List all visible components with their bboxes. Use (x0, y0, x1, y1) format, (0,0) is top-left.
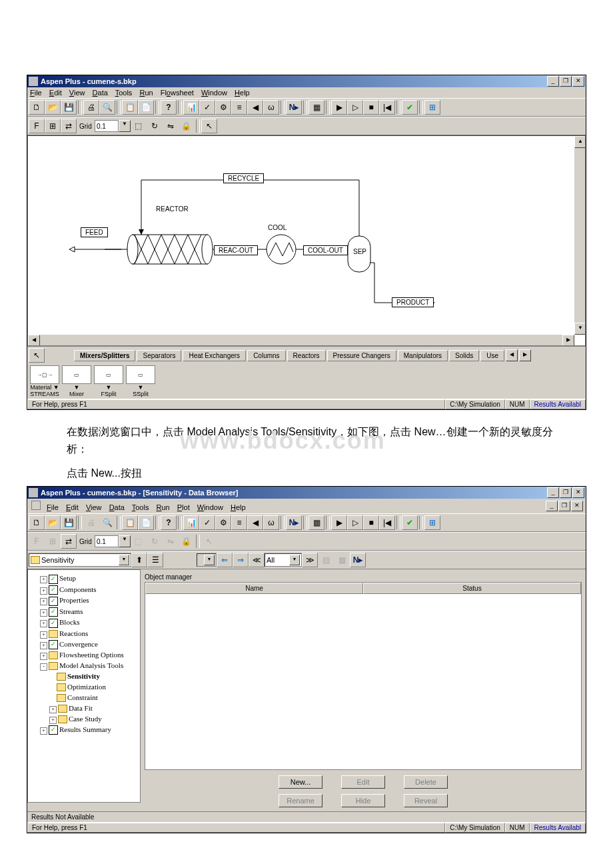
tab-separators[interactable]: Separators (137, 350, 181, 361)
tree-item[interactable]: +Flowsheeting Options (31, 649, 137, 660)
minimize-button-2[interactable]: _ (547, 487, 559, 498)
arrow-icon[interactable]: ↖ (29, 348, 45, 363)
grid-dropdown-2[interactable]: ▼ (119, 535, 131, 547)
tree-item[interactable]: Optimization (31, 681, 137, 692)
up-icon[interactable]: ⬆ (131, 553, 147, 567)
new-button[interactable]: New... (279, 775, 322, 789)
tab-manip[interactable]: Manipulators (398, 350, 448, 361)
maximize-button[interactable]: ❐ (560, 76, 572, 87)
connect-icon[interactable]: ⇄ (61, 119, 77, 133)
next-nav-icon[interactable]: N▸ (350, 553, 366, 567)
menu-data-2[interactable]: Data (109, 503, 125, 511)
tool4-icon[interactable]: ◀ (247, 100, 263, 115)
ff-icon[interactable]: ≫ (302, 553, 318, 567)
maximize-button-2[interactable]: ❐ (560, 487, 572, 498)
paste-icon-2[interactable]: 📄 (138, 515, 154, 530)
tree-item[interactable]: +Data Fit (31, 703, 137, 713)
scroll-right-icon[interactable]: ▶ (562, 335, 574, 346)
menu-help[interactable]: Help (235, 89, 250, 97)
new-icon[interactable]: 🗋 (29, 100, 45, 115)
menu-flowsheet[interactable]: Flowsheet (161, 89, 194, 97)
flowsheet-canvas[interactable]: RECYCLE REACTOR FEED REAC-OUT COOL COOL-… (27, 135, 586, 346)
tool2-icon[interactable]: ⚙ (215, 100, 231, 115)
titlebar[interactable]: Aspen Plus - cumene-s.bkp _ ❐ ✕ (27, 75, 586, 87)
pointer-icon[interactable]: ↖ (201, 119, 217, 133)
child-max-button[interactable]: ❐ (558, 501, 570, 511)
tree-item[interactable]: +✓Components (31, 584, 137, 595)
menubar-2[interactable]: File Edit View Data Tools Run Plot Windo… (29, 499, 544, 513)
combo-arrow-icon[interactable]: ▼ (119, 555, 129, 565)
tool4-icon-2[interactable]: ◀ (247, 515, 263, 530)
help-icon[interactable]: ? (161, 100, 177, 115)
titlebar-2[interactable]: Aspen Plus - cumene-s.bkp - [Sensitivity… (27, 487, 586, 499)
grid-input[interactable] (95, 120, 119, 132)
menu-tools-2[interactable]: Tools (132, 503, 149, 511)
back-icon[interactable]: ⇐ (217, 553, 233, 567)
forward-icon[interactable]: ⇒ (233, 553, 249, 567)
col-name[interactable]: Name (145, 583, 363, 594)
filter-combo[interactable]: All ▼ (265, 553, 302, 567)
tab-use[interactable]: Use (480, 350, 504, 361)
location-combo[interactable]: Sensitivity ▼ (29, 553, 131, 567)
rewind-icon[interactable]: |◀ (379, 100, 395, 115)
preview-icon[interactable]: 🔍 (99, 100, 115, 115)
tree-item[interactable]: +Case Study (31, 713, 137, 724)
tool3-icon-2[interactable]: ≡ (231, 515, 247, 530)
panel-icon[interactable]: ▦ (308, 100, 324, 115)
tool5-icon[interactable]: ω (263, 100, 279, 115)
tabs-right-icon[interactable]: ▶ (519, 349, 531, 361)
save-icon[interactable]: 💾 (61, 100, 77, 115)
tree-item[interactable]: +Reactions (31, 628, 137, 639)
copy-icon-2[interactable]: 📋 (122, 515, 138, 530)
tab-columns[interactable]: Columns (247, 350, 285, 361)
stream-icon[interactable]: F (29, 119, 45, 133)
close-button-2[interactable]: ✕ (572, 487, 584, 498)
close-button[interactable]: ✕ (572, 76, 584, 87)
stop-icon-2[interactable]: ■ (363, 515, 379, 530)
tree-item[interactable]: +✓Properties (31, 595, 137, 605)
lock-icon[interactable]: 🔒 (179, 119, 195, 133)
menu-window[interactable]: Window (201, 89, 227, 97)
tool1-icon-2[interactable]: ✓ (199, 515, 215, 530)
menu-plot[interactable]: Plot (177, 503, 190, 511)
rewind-icon-2[interactable]: |◀ (379, 515, 395, 530)
minimize-button[interactable]: _ (547, 76, 559, 87)
menu-file-2[interactable]: File (47, 503, 59, 511)
tree-item[interactable]: -Model Analysis Tools (31, 660, 137, 671)
menu-help-2[interactable]: Help (231, 503, 246, 511)
browser-icon-2[interactable]: 📊 (183, 515, 199, 530)
stop-icon[interactable]: ■ (363, 100, 379, 115)
tool3-icon[interactable]: ≡ (231, 100, 247, 115)
run-icon-2[interactable]: ▶ (331, 515, 347, 530)
child-close-button[interactable]: ✕ (571, 501, 583, 511)
tab-pressure[interactable]: Pressure Changers (327, 350, 396, 361)
material-icon[interactable]: →▢→ (30, 365, 59, 384)
mixer-icon[interactable]: ▭ (62, 365, 91, 384)
tree-item[interactable]: +✓Blocks (31, 617, 137, 627)
next-icon[interactable]: N▸ (286, 100, 302, 115)
tree-view[interactable]: +✓Setup+✓Components+✓Properties+✓Streams… (27, 569, 141, 803)
tool1-icon[interactable]: ✓ (199, 100, 215, 115)
tree-item[interactable]: Sensitivity (31, 671, 137, 681)
flip-icon[interactable]: ⇋ (163, 119, 179, 133)
ffwd-icon[interactable]: ≪ (249, 553, 265, 567)
ssplit-icon[interactable]: ▭ (126, 365, 155, 384)
open-icon-2[interactable]: 📂 (45, 515, 61, 530)
hierarchy-icon-2[interactable]: ⊞ (424, 515, 440, 530)
menu-view[interactable]: View (69, 89, 85, 97)
menu-edit[interactable]: Edit (49, 89, 62, 97)
tree-item[interactable]: +✓Setup (31, 573, 137, 583)
tree-item[interactable]: +✓Convergence (31, 639, 137, 649)
filter-arrow-icon[interactable]: ▼ (289, 555, 300, 565)
open-icon[interactable]: 📂 (45, 100, 61, 115)
scroll-up-icon[interactable]: ▲ (574, 136, 586, 148)
rotate-icon[interactable]: ↻ (147, 119, 163, 133)
connect-icon-2[interactable]: ⇄ (61, 534, 77, 549)
check-icon[interactable]: ✔ (402, 100, 418, 115)
tab-solids[interactable]: Solids (449, 350, 479, 361)
fsplit-icon[interactable]: ▭ (94, 365, 123, 384)
menu-data[interactable]: Data (93, 89, 108, 97)
tabs-left-icon[interactable]: ◀ (506, 349, 518, 361)
grid-icon[interactable]: ⊞ (45, 119, 61, 133)
child-min-button[interactable]: _ (546, 501, 558, 511)
